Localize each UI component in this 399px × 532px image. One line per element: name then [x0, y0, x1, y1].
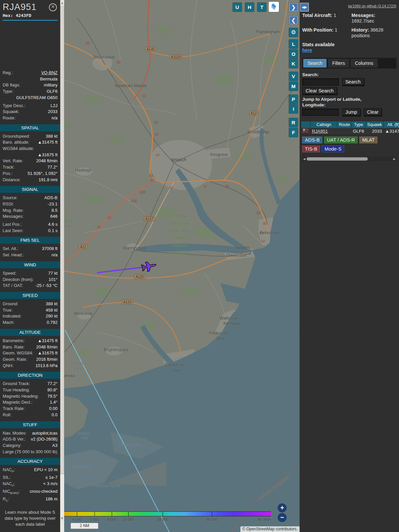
map-viewport[interactable]: StowmarketFramlinghamNeedham MarketIpswi… — [64, 0, 300, 532]
data-row: Groundspeed:388 kt — [0, 133, 60, 140]
data-label: Pos.: — [3, 171, 13, 177]
data-label: NACP: — [3, 467, 15, 474]
data-label: Ground: — [3, 301, 18, 307]
data-value: 290 kt — [46, 313, 58, 320]
data-value: -23.1 — [48, 201, 58, 207]
data-row: GULFSTREAM G650 — [0, 95, 60, 101]
panel-collapse-button[interactable]: ◀▶ — [300, 3, 309, 12]
column-header[interactable] — [301, 121, 310, 128]
column-header[interactable]: Alt. (ft) — [384, 121, 399, 128]
data-row: Category:A3 — [0, 443, 60, 449]
history-positions: History: 36628 positions — [351, 27, 396, 39]
map-attribution[interactable]: © OpenStreetMap contributors. — [240, 526, 300, 532]
data-value: < 3 m/s — [43, 481, 58, 487]
column-header[interactable]: Squawk — [366, 121, 383, 128]
scroll-left-icon[interactable]: ◀ — [302, 157, 306, 161]
tab-search[interactable]: Search — [303, 59, 327, 67]
data-value: 388 kt — [46, 133, 58, 140]
data-value: 77 kt — [48, 270, 58, 277]
section-header: FMS SEL — [0, 237, 60, 244]
sidebar-scrollbar[interactable]: ▲ ▼ — [60, 0, 64, 532]
map-button-r[interactable]: R — [289, 118, 298, 127]
colorbar-label: 30 000 — [206, 517, 217, 521]
data-value: L2J — [51, 103, 58, 109]
data-label: Speed: — [3, 270, 16, 277]
data-value: v2 (DO-260B) — [31, 436, 58, 443]
column-header[interactable]: Route — [337, 121, 351, 128]
zoom-out-button[interactable]: − — [278, 513, 287, 522]
settings-gear-icon[interactable]: ⚙ — [289, 28, 298, 37]
column-header[interactable]: Type — [351, 121, 365, 128]
jump-input[interactable] — [302, 109, 339, 116]
panel-expand-icon[interactable]: ❯ — [289, 3, 298, 12]
data-value: 51.926°, 1.092° — [28, 171, 58, 177]
tab-columns[interactable]: Columns — [350, 59, 377, 67]
data-label: DB flags: — [3, 82, 20, 88]
map-button-o[interactable]: O — [289, 50, 298, 59]
map-button-p[interactable]: P — [289, 95, 298, 104]
table-row[interactable]: RJA951 GLF6 2033 ▲31475 — [301, 128, 399, 134]
tab-filters[interactable]: Filters — [328, 59, 349, 67]
map-button-h[interactable]: H — [245, 3, 254, 12]
jump-button[interactable]: Jump — [342, 108, 360, 116]
data-label: QNH: — [3, 363, 14, 369]
data-value: 0.00 — [49, 406, 58, 412]
close-icon[interactable]: ✕ — [49, 3, 57, 11]
stats-here-link[interactable]: here — [302, 48, 312, 53]
clear-search-button[interactable]: Clear Search — [302, 87, 337, 94]
data-row: Track:77.2° — [0, 164, 60, 171]
total-aircraft-value: 1 — [333, 13, 336, 18]
callsign-cell[interactable]: RJA951 — [311, 128, 337, 134]
map-button-i[interactable]: I — [289, 104, 298, 113]
route-cell — [337, 128, 351, 134]
table-horizontal-scrollbar[interactable]: ◀ ▶ — [302, 157, 396, 161]
scroll-right-icon[interactable]: ▶ — [392, 157, 396, 161]
data-label: RSSI: — [3, 201, 14, 207]
callsign-link[interactable]: RJA951 — [312, 129, 328, 134]
data-row: NACV:< 3 m/s — [0, 481, 60, 488]
data-value: 191.8 nmi — [39, 177, 58, 183]
search-button[interactable]: Search — [342, 78, 364, 85]
map-button-v[interactable]: V — [289, 72, 298, 81]
map-button-u[interactable]: U — [233, 3, 242, 12]
panel-collapse-icon[interactable]: ❮ — [289, 16, 298, 25]
messages-label: Messages: — [351, 13, 375, 18]
hscroll-thumb[interactable] — [307, 157, 368, 161]
data-value: 0.0 — [52, 412, 58, 418]
data-value: n/a — [52, 252, 58, 258]
data-value[interactable]: VQ-BNZ — [41, 70, 58, 76]
colorbar-label: 4 000 — [72, 517, 81, 521]
data-row: Reg.:VQ-BNZ — [0, 70, 60, 76]
map-button-f[interactable]: F — [289, 128, 298, 137]
jump-clear-button[interactable]: Clear — [364, 108, 382, 116]
map-button-t[interactable]: T — [257, 3, 266, 12]
column-header[interactable]: Callsign — [311, 121, 337, 128]
map-button-k[interactable]: K — [289, 59, 298, 68]
side-panel: ◀▶ tar1090 on github (3.14.1723) Total A… — [300, 0, 399, 532]
data-row: Vert. Rate:2048 ft/min — [0, 158, 60, 164]
sidebar-header: RJA951 ✕ Hex: 4243FD — [0, 0, 60, 21]
data-value: 388 kt — [46, 301, 58, 307]
github-link[interactable]: tar1090 on github (3.14.1723) — [302, 4, 396, 8]
colorbar-tick — [212, 512, 212, 516]
aircraft-data-sections: SPATIALGroundspeed:388 ktBaro. altitude:… — [0, 124, 60, 504]
data-label: Reg.: — [3, 70, 13, 76]
data-row: Roll:0.0 — [0, 412, 60, 418]
data-value: 79.5° — [47, 393, 58, 400]
stats-available-label: Stats available — [302, 42, 334, 47]
map-button-m[interactable]: M — [289, 82, 298, 91]
scroll-up-icon[interactable]: ▲ — [60, 1, 64, 5]
scroll-down-icon[interactable]: ▼ — [60, 516, 64, 521]
map-button-l[interactable]: L — [289, 40, 298, 49]
colorbar-label: 10 000 — [123, 517, 134, 521]
legend-chip: ADS-B — [302, 137, 322, 143]
layer-switcher-button[interactable] — [269, 2, 279, 12]
zoom-in-button[interactable]: + — [278, 503, 287, 512]
data-row: WGS84 altitude: — [0, 146, 60, 152]
hex-value: 4243FD — [16, 13, 31, 18]
data-value: ▲31475 ft — [38, 338, 58, 344]
data-label: True: — [3, 307, 13, 314]
data-label: Roll: — [3, 412, 11, 418]
scrollbar-thumb[interactable] — [60, 6, 64, 474]
search-input[interactable] — [302, 78, 339, 85]
